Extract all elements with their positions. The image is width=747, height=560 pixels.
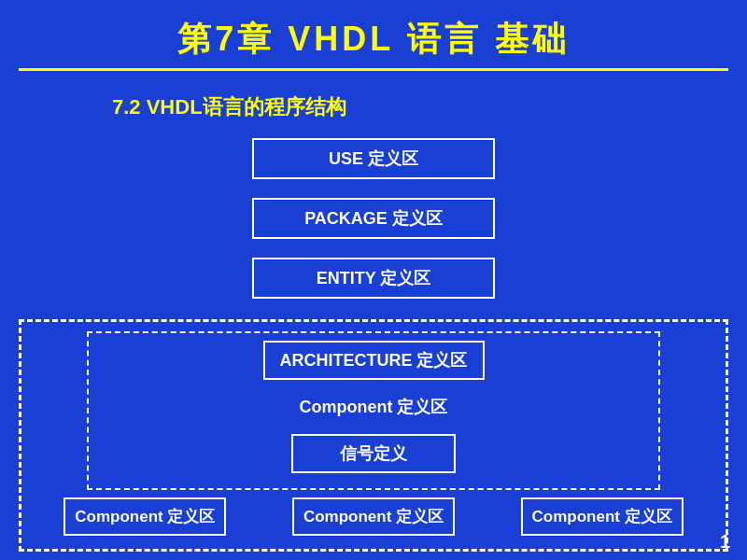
component-box-1: Component 定义区 (63, 497, 226, 536)
page-number: 1 (720, 531, 730, 553)
entity-box: ENTITY 定义区 (252, 258, 495, 299)
component-center-box: Component 定义区 (285, 389, 463, 425)
architecture-box: ARCHITECTURE 定义区 (263, 341, 485, 380)
slide: 第7章 VHDL 语言 基础 7.2 VHDL语言的程序结构 USE 定义区 P… (0, 0, 747, 560)
component-box-3: Component 定义区 (521, 497, 684, 536)
signal-box: 信号定义 (291, 434, 456, 473)
component-box-2: Component 定义区 (292, 497, 455, 536)
page-title: 第7章 VHDL 语言 基础 (0, 17, 747, 63)
title-divider (19, 68, 728, 71)
use-box: USE 定义区 (252, 138, 495, 179)
package-box: PACKAGE 定义区 (252, 198, 495, 239)
section-title: 7.2 VHDL语言的程序结构 (112, 93, 747, 121)
title-area: 第7章 VHDL 语言 基础 (0, 0, 747, 77)
